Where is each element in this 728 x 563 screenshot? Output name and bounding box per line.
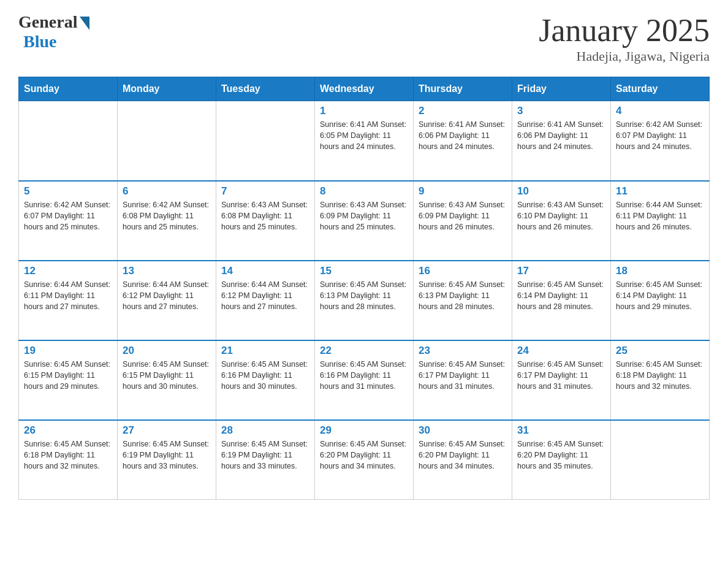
day-info: Sunrise: 6:44 AM Sunset: 6:12 PM Dayligh… — [123, 279, 211, 312]
calendar-cell: 22Sunrise: 6:45 AM Sunset: 6:16 PM Dayli… — [315, 340, 414, 420]
day-number: 7 — [221, 185, 309, 197]
calendar-cell: 12Sunrise: 6:44 AM Sunset: 6:11 PM Dayli… — [19, 261, 118, 340]
calendar-cell: 11Sunrise: 6:44 AM Sunset: 6:11 PM Dayli… — [611, 181, 710, 261]
day-info: Sunrise: 6:44 AM Sunset: 6:12 PM Dayligh… — [221, 279, 309, 312]
day-info: Sunrise: 6:45 AM Sunset: 6:16 PM Dayligh… — [320, 359, 408, 392]
day-number: 19 — [24, 345, 112, 357]
calendar-cell: 1Sunrise: 6:41 AM Sunset: 6:05 PM Daylig… — [315, 101, 414, 181]
day-info: Sunrise: 6:44 AM Sunset: 6:11 PM Dayligh… — [24, 279, 112, 312]
day-number: 25 — [616, 345, 704, 357]
calendar-cell: 30Sunrise: 6:45 AM Sunset: 6:20 PM Dayli… — [414, 420, 512, 500]
calendar-cell: 17Sunrise: 6:45 AM Sunset: 6:14 PM Dayli… — [512, 261, 611, 340]
calendar-cell: 26Sunrise: 6:45 AM Sunset: 6:18 PM Dayli… — [19, 420, 118, 500]
day-number: 2 — [419, 105, 507, 117]
day-info: Sunrise: 6:45 AM Sunset: 6:16 PM Dayligh… — [221, 359, 309, 392]
calendar-week-1: 1Sunrise: 6:41 AM Sunset: 6:05 PM Daylig… — [19, 101, 710, 181]
calendar-cell — [19, 101, 118, 181]
calendar-cell: 15Sunrise: 6:45 AM Sunset: 6:13 PM Dayli… — [315, 261, 414, 340]
day-number: 1 — [320, 105, 408, 117]
day-info: Sunrise: 6:45 AM Sunset: 6:19 PM Dayligh… — [123, 439, 211, 472]
logo-general-text: General — [18, 12, 77, 32]
day-number: 31 — [517, 424, 605, 437]
day-number: 18 — [616, 265, 704, 277]
day-number: 24 — [517, 345, 605, 357]
day-number: 28 — [221, 424, 309, 437]
day-info: Sunrise: 6:45 AM Sunset: 6:14 PM Dayligh… — [517, 279, 605, 312]
day-info: Sunrise: 6:45 AM Sunset: 6:15 PM Dayligh… — [24, 359, 112, 392]
calendar-cell: 27Sunrise: 6:45 AM Sunset: 6:19 PM Dayli… — [118, 420, 216, 500]
day-number: 13 — [123, 265, 211, 277]
day-info: Sunrise: 6:45 AM Sunset: 6:20 PM Dayligh… — [320, 439, 408, 472]
day-info: Sunrise: 6:45 AM Sunset: 6:13 PM Dayligh… — [320, 279, 408, 312]
calendar-cell: 7Sunrise: 6:43 AM Sunset: 6:08 PM Daylig… — [216, 181, 315, 261]
calendar-cell: 5Sunrise: 6:42 AM Sunset: 6:07 PM Daylig… — [19, 181, 118, 261]
day-number: 5 — [24, 185, 112, 197]
calendar-cell — [611, 420, 710, 500]
day-number: 16 — [419, 265, 507, 277]
day-number: 4 — [616, 105, 704, 117]
calendar-cell: 21Sunrise: 6:45 AM Sunset: 6:16 PM Dayli… — [216, 340, 315, 420]
title-block: January 2025 Hadejia, Jigawa, Nigeria — [539, 12, 710, 64]
calendar-cell: 24Sunrise: 6:45 AM Sunset: 6:17 PM Dayli… — [512, 340, 611, 420]
calendar-cell: 16Sunrise: 6:45 AM Sunset: 6:13 PM Dayli… — [414, 261, 512, 340]
day-info: Sunrise: 6:42 AM Sunset: 6:08 PM Dayligh… — [123, 199, 211, 232]
day-info: Sunrise: 6:43 AM Sunset: 6:09 PM Dayligh… — [419, 199, 507, 232]
day-number: 27 — [123, 424, 211, 437]
day-number: 30 — [419, 424, 507, 437]
calendar-header: SundayMondayTuesdayWednesdayThursdayFrid… — [19, 77, 710, 101]
header-row: SundayMondayTuesdayWednesdayThursdayFrid… — [19, 77, 710, 101]
day-header-thursday: Thursday — [414, 77, 512, 101]
day-number: 22 — [320, 345, 408, 357]
day-number: 26 — [24, 424, 112, 437]
day-number: 23 — [419, 345, 507, 357]
calendar-cell: 8Sunrise: 6:43 AM Sunset: 6:09 PM Daylig… — [315, 181, 414, 261]
day-number: 12 — [24, 265, 112, 277]
day-number: 20 — [123, 345, 211, 357]
logo: General Blue — [18, 12, 89, 52]
day-info: Sunrise: 6:45 AM Sunset: 6:14 PM Dayligh… — [616, 279, 704, 312]
day-number: 6 — [123, 185, 211, 197]
calendar-cell: 9Sunrise: 6:43 AM Sunset: 6:09 PM Daylig… — [414, 181, 512, 261]
day-number: 9 — [419, 185, 507, 197]
day-number: 11 — [616, 185, 704, 197]
calendar-cell — [216, 101, 315, 181]
calendar-body: 1Sunrise: 6:41 AM Sunset: 6:05 PM Daylig… — [19, 101, 710, 500]
day-header-saturday: Saturday — [611, 77, 710, 101]
calendar-cell: 3Sunrise: 6:41 AM Sunset: 6:06 PM Daylig… — [512, 101, 611, 181]
day-info: Sunrise: 6:41 AM Sunset: 6:06 PM Dayligh… — [517, 119, 605, 152]
day-info: Sunrise: 6:41 AM Sunset: 6:05 PM Dayligh… — [320, 119, 408, 152]
day-number: 29 — [320, 424, 408, 437]
day-header-friday: Friday — [512, 77, 611, 101]
calendar-week-3: 12Sunrise: 6:44 AM Sunset: 6:11 PM Dayli… — [19, 261, 710, 340]
day-info: Sunrise: 6:42 AM Sunset: 6:07 PM Dayligh… — [616, 119, 704, 152]
day-info: Sunrise: 6:45 AM Sunset: 6:17 PM Dayligh… — [517, 359, 605, 392]
calendar-week-5: 26Sunrise: 6:45 AM Sunset: 6:18 PM Dayli… — [19, 420, 710, 500]
calendar-week-4: 19Sunrise: 6:45 AM Sunset: 6:15 PM Dayli… — [19, 340, 710, 420]
location-title: Hadejia, Jigawa, Nigeria — [539, 48, 710, 64]
calendar-table: SundayMondayTuesdayWednesdayThursdayFrid… — [18, 77, 710, 500]
day-header-tuesday: Tuesday — [216, 77, 315, 101]
day-number: 8 — [320, 185, 408, 197]
day-number: 15 — [320, 265, 408, 277]
day-info: Sunrise: 6:45 AM Sunset: 6:20 PM Dayligh… — [517, 439, 605, 472]
calendar-cell: 6Sunrise: 6:42 AM Sunset: 6:08 PM Daylig… — [118, 181, 216, 261]
day-number: 3 — [517, 105, 605, 117]
day-info: Sunrise: 6:43 AM Sunset: 6:09 PM Dayligh… — [320, 199, 408, 232]
calendar-cell: 18Sunrise: 6:45 AM Sunset: 6:14 PM Dayli… — [611, 261, 710, 340]
day-number: 14 — [221, 265, 309, 277]
day-info: Sunrise: 6:45 AM Sunset: 6:17 PM Dayligh… — [419, 359, 507, 392]
day-info: Sunrise: 6:45 AM Sunset: 6:19 PM Dayligh… — [221, 439, 309, 472]
day-info: Sunrise: 6:45 AM Sunset: 6:18 PM Dayligh… — [24, 439, 112, 472]
day-info: Sunrise: 6:43 AM Sunset: 6:08 PM Dayligh… — [221, 199, 309, 232]
day-number: 21 — [221, 345, 309, 357]
logo-blue-text: Blue — [23, 32, 56, 52]
month-title: January 2025 — [539, 12, 710, 48]
day-header-sunday: Sunday — [19, 77, 118, 101]
calendar-cell: 14Sunrise: 6:44 AM Sunset: 6:12 PM Dayli… — [216, 261, 315, 340]
calendar-cell: 23Sunrise: 6:45 AM Sunset: 6:17 PM Dayli… — [414, 340, 512, 420]
calendar-week-2: 5Sunrise: 6:42 AM Sunset: 6:07 PM Daylig… — [19, 181, 710, 261]
calendar-cell: 31Sunrise: 6:45 AM Sunset: 6:20 PM Dayli… — [512, 420, 611, 500]
page-header: General Blue January 2025 Hadejia, Jigaw… — [18, 12, 710, 64]
calendar-cell: 25Sunrise: 6:45 AM Sunset: 6:18 PM Dayli… — [611, 340, 710, 420]
calendar-cell: 19Sunrise: 6:45 AM Sunset: 6:15 PM Dayli… — [19, 340, 118, 420]
